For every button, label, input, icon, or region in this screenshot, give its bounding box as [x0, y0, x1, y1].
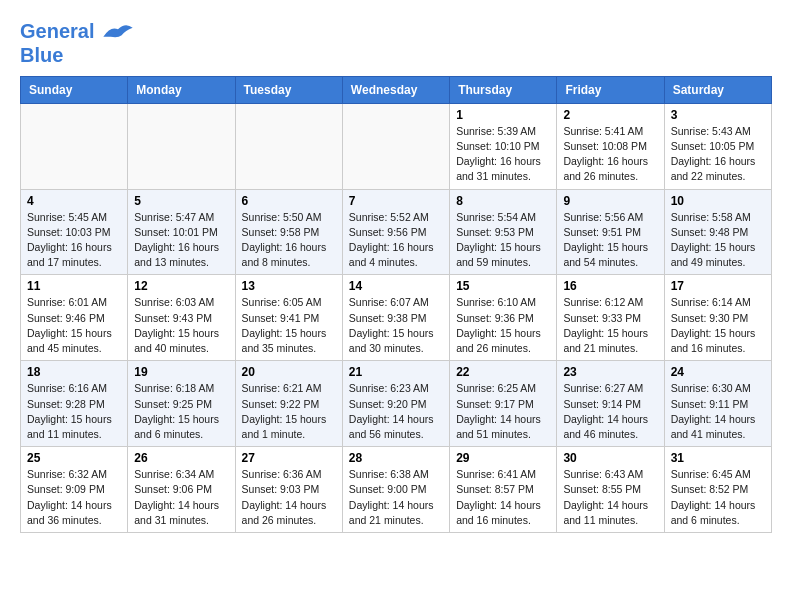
day-number: 26: [134, 451, 228, 465]
day-info: Sunrise: 5:39 AMSunset: 10:10 PMDaylight…: [456, 124, 550, 185]
calendar-cell: 4Sunrise: 5:45 AMSunset: 10:03 PMDayligh…: [21, 189, 128, 275]
day-info: Sunrise: 5:56 AMSunset: 9:51 PMDaylight:…: [563, 210, 657, 271]
calendar-cell: 31Sunrise: 6:45 AMSunset: 8:52 PMDayligh…: [664, 447, 771, 533]
day-info: Sunrise: 6:07 AMSunset: 9:38 PMDaylight:…: [349, 295, 443, 356]
day-number: 11: [27, 279, 121, 293]
day-number: 3: [671, 108, 765, 122]
day-info: Sunrise: 6:43 AMSunset: 8:55 PMDaylight:…: [563, 467, 657, 528]
calendar-cell: 27Sunrise: 6:36 AMSunset: 9:03 PMDayligh…: [235, 447, 342, 533]
day-info: Sunrise: 6:14 AMSunset: 9:30 PMDaylight:…: [671, 295, 765, 356]
column-header-friday: Friday: [557, 76, 664, 103]
day-number: 5: [134, 194, 228, 208]
day-number: 12: [134, 279, 228, 293]
calendar-cell: 1Sunrise: 5:39 AMSunset: 10:10 PMDayligh…: [450, 103, 557, 189]
day-number: 20: [242, 365, 336, 379]
calendar-cell: 13Sunrise: 6:05 AMSunset: 9:41 PMDayligh…: [235, 275, 342, 361]
day-info: Sunrise: 6:41 AMSunset: 8:57 PMDaylight:…: [456, 467, 550, 528]
calendar-cell: 26Sunrise: 6:34 AMSunset: 9:06 PMDayligh…: [128, 447, 235, 533]
day-info: Sunrise: 5:45 AMSunset: 10:03 PMDaylight…: [27, 210, 121, 271]
day-info: Sunrise: 5:58 AMSunset: 9:48 PMDaylight:…: [671, 210, 765, 271]
calendar-cell: 16Sunrise: 6:12 AMSunset: 9:33 PMDayligh…: [557, 275, 664, 361]
calendar-cell: 22Sunrise: 6:25 AMSunset: 9:17 PMDayligh…: [450, 361, 557, 447]
day-number: 15: [456, 279, 550, 293]
column-header-tuesday: Tuesday: [235, 76, 342, 103]
day-info: Sunrise: 6:45 AMSunset: 8:52 PMDaylight:…: [671, 467, 765, 528]
calendar-cell: 17Sunrise: 6:14 AMSunset: 9:30 PMDayligh…: [664, 275, 771, 361]
day-info: Sunrise: 5:52 AMSunset: 9:56 PMDaylight:…: [349, 210, 443, 271]
calendar-cell: [342, 103, 449, 189]
calendar-cell: 5Sunrise: 5:47 AMSunset: 10:01 PMDayligh…: [128, 189, 235, 275]
calendar-cell: 7Sunrise: 5:52 AMSunset: 9:56 PMDaylight…: [342, 189, 449, 275]
day-info: Sunrise: 5:50 AMSunset: 9:58 PMDaylight:…: [242, 210, 336, 271]
column-header-saturday: Saturday: [664, 76, 771, 103]
day-number: 23: [563, 365, 657, 379]
calendar-cell: 25Sunrise: 6:32 AMSunset: 9:09 PMDayligh…: [21, 447, 128, 533]
day-number: 9: [563, 194, 657, 208]
calendar-cell: 15Sunrise: 6:10 AMSunset: 9:36 PMDayligh…: [450, 275, 557, 361]
day-info: Sunrise: 6:25 AMSunset: 9:17 PMDaylight:…: [456, 381, 550, 442]
calendar-table: SundayMondayTuesdayWednesdayThursdayFrid…: [20, 76, 772, 533]
calendar-cell: 14Sunrise: 6:07 AMSunset: 9:38 PMDayligh…: [342, 275, 449, 361]
day-number: 28: [349, 451, 443, 465]
day-number: 31: [671, 451, 765, 465]
calendar-cell: [128, 103, 235, 189]
logo-bird-icon: [103, 22, 133, 44]
calendar-cell: 2Sunrise: 5:41 AMSunset: 10:08 PMDayligh…: [557, 103, 664, 189]
calendar-cell: 19Sunrise: 6:18 AMSunset: 9:25 PMDayligh…: [128, 361, 235, 447]
day-number: 7: [349, 194, 443, 208]
day-number: 13: [242, 279, 336, 293]
day-info: Sunrise: 6:36 AMSunset: 9:03 PMDaylight:…: [242, 467, 336, 528]
day-number: 21: [349, 365, 443, 379]
day-number: 8: [456, 194, 550, 208]
day-number: 6: [242, 194, 336, 208]
day-info: Sunrise: 6:18 AMSunset: 9:25 PMDaylight:…: [134, 381, 228, 442]
day-info: Sunrise: 6:38 AMSunset: 9:00 PMDaylight:…: [349, 467, 443, 528]
column-header-thursday: Thursday: [450, 76, 557, 103]
logo-text: General: [20, 20, 133, 44]
calendar-cell: 24Sunrise: 6:30 AMSunset: 9:11 PMDayligh…: [664, 361, 771, 447]
day-number: 29: [456, 451, 550, 465]
day-info: Sunrise: 6:12 AMSunset: 9:33 PMDaylight:…: [563, 295, 657, 356]
calendar-cell: 10Sunrise: 5:58 AMSunset: 9:48 PMDayligh…: [664, 189, 771, 275]
day-info: Sunrise: 6:16 AMSunset: 9:28 PMDaylight:…: [27, 381, 121, 442]
column-header-sunday: Sunday: [21, 76, 128, 103]
calendar-week-row: 11Sunrise: 6:01 AMSunset: 9:46 PMDayligh…: [21, 275, 772, 361]
calendar-header-row: SundayMondayTuesdayWednesdayThursdayFrid…: [21, 76, 772, 103]
calendar-cell: 11Sunrise: 6:01 AMSunset: 9:46 PMDayligh…: [21, 275, 128, 361]
calendar-cell: 21Sunrise: 6:23 AMSunset: 9:20 PMDayligh…: [342, 361, 449, 447]
page-header: General Blue: [20, 20, 772, 66]
calendar-cell: 6Sunrise: 5:50 AMSunset: 9:58 PMDaylight…: [235, 189, 342, 275]
day-number: 22: [456, 365, 550, 379]
calendar-cell: 30Sunrise: 6:43 AMSunset: 8:55 PMDayligh…: [557, 447, 664, 533]
day-info: Sunrise: 5:47 AMSunset: 10:01 PMDaylight…: [134, 210, 228, 271]
calendar-cell: 28Sunrise: 6:38 AMSunset: 9:00 PMDayligh…: [342, 447, 449, 533]
logo-blue: Blue: [20, 44, 133, 66]
calendar-cell: 12Sunrise: 6:03 AMSunset: 9:43 PMDayligh…: [128, 275, 235, 361]
day-number: 2: [563, 108, 657, 122]
calendar-cell: 20Sunrise: 6:21 AMSunset: 9:22 PMDayligh…: [235, 361, 342, 447]
day-info: Sunrise: 6:05 AMSunset: 9:41 PMDaylight:…: [242, 295, 336, 356]
calendar-week-row: 18Sunrise: 6:16 AMSunset: 9:28 PMDayligh…: [21, 361, 772, 447]
calendar-cell: 29Sunrise: 6:41 AMSunset: 8:57 PMDayligh…: [450, 447, 557, 533]
day-info: Sunrise: 6:32 AMSunset: 9:09 PMDaylight:…: [27, 467, 121, 528]
day-info: Sunrise: 6:10 AMSunset: 9:36 PMDaylight:…: [456, 295, 550, 356]
calendar-week-row: 4Sunrise: 5:45 AMSunset: 10:03 PMDayligh…: [21, 189, 772, 275]
column-header-monday: Monday: [128, 76, 235, 103]
day-number: 25: [27, 451, 121, 465]
logo: General Blue: [20, 20, 133, 66]
day-number: 24: [671, 365, 765, 379]
calendar-week-row: 25Sunrise: 6:32 AMSunset: 9:09 PMDayligh…: [21, 447, 772, 533]
calendar-cell: 9Sunrise: 5:56 AMSunset: 9:51 PMDaylight…: [557, 189, 664, 275]
calendar-cell: 8Sunrise: 5:54 AMSunset: 9:53 PMDaylight…: [450, 189, 557, 275]
day-info: Sunrise: 5:41 AMSunset: 10:08 PMDaylight…: [563, 124, 657, 185]
day-info: Sunrise: 5:54 AMSunset: 9:53 PMDaylight:…: [456, 210, 550, 271]
calendar-cell: 23Sunrise: 6:27 AMSunset: 9:14 PMDayligh…: [557, 361, 664, 447]
day-number: 16: [563, 279, 657, 293]
column-header-wednesday: Wednesday: [342, 76, 449, 103]
calendar-week-row: 1Sunrise: 5:39 AMSunset: 10:10 PMDayligh…: [21, 103, 772, 189]
day-info: Sunrise: 6:23 AMSunset: 9:20 PMDaylight:…: [349, 381, 443, 442]
day-info: Sunrise: 6:01 AMSunset: 9:46 PMDaylight:…: [27, 295, 121, 356]
day-info: Sunrise: 6:30 AMSunset: 9:11 PMDaylight:…: [671, 381, 765, 442]
day-number: 27: [242, 451, 336, 465]
calendar-cell: [235, 103, 342, 189]
